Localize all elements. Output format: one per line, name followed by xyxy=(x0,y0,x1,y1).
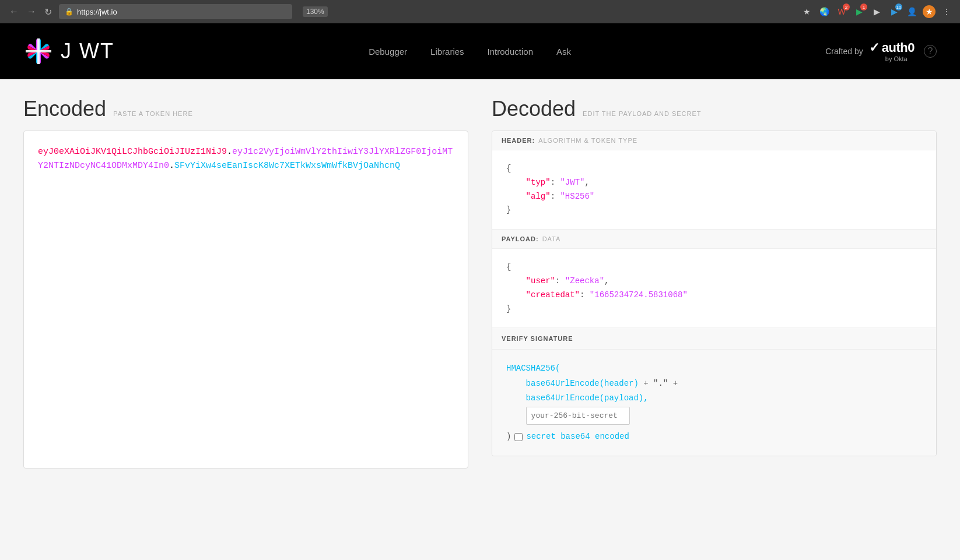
dot-1: . xyxy=(227,147,232,157)
auth0-check-icon: ✓ xyxy=(869,40,880,55)
payload-section-body[interactable]: { "user": "Zeecka", "createdat": "166523… xyxy=(492,249,936,327)
nav-buttons: ← → ↻ xyxy=(7,5,54,19)
token-box[interactable]: eyJ0eXAiOiJKV1QiLCJhbGciOiJIUzI1NiJ9.eyJ… xyxy=(23,131,468,469)
decoded-title-area: Decoded EDIT THE PAYLOAD AND SECRET xyxy=(492,97,937,121)
header-label: HEADER: xyxy=(502,137,535,144)
user-value: "Zeecka" xyxy=(565,276,604,286)
star-icon[interactable]: ★ xyxy=(800,5,813,18)
header-sub-label: ALGORITHM & TOKEN TYPE xyxy=(538,137,637,144)
lock-icon: 🔒 xyxy=(65,8,73,16)
hmac-func: HMACSHA256( xyxy=(506,364,560,373)
extension-icon-5[interactable]: ▶ 10 xyxy=(888,5,901,18)
verify-section-body: HMACSHA256( base64UrlEncode(header) + ".… xyxy=(492,350,936,456)
open-brace-1: { xyxy=(506,164,511,173)
nav-ask[interactable]: Ask xyxy=(556,47,571,57)
encoded-title-area: Encoded PASTE A TOKEN HERE xyxy=(23,97,468,121)
typ-value: "JWT" xyxy=(560,178,584,187)
logo-area: J WT xyxy=(23,36,114,66)
close-brace-2: } xyxy=(506,304,511,314)
checkbox-row: ) secret base64 encoded xyxy=(506,429,922,444)
nav-libraries[interactable]: Libraries xyxy=(430,47,464,57)
extension-icon-1[interactable]: 🌏 xyxy=(818,5,831,18)
auth0-brand: ✓ auth0 xyxy=(869,40,915,55)
encoded-subtitle: PASTE A TOKEN HERE xyxy=(113,110,193,117)
header-panel-section: HEADER: ALGORITHM & TOKEN TYPE { "typ": … xyxy=(492,131,936,230)
main-content: Encoded PASTE A TOKEN HERE eyJ0eXAiOiJKV… xyxy=(0,79,960,560)
base64-header: base64UrlEncode(header) xyxy=(526,379,639,388)
crafted-label: Crafted by xyxy=(825,47,863,56)
decoded-panel: HEADER: ALGORITHM & TOKEN TYPE { "typ": … xyxy=(492,131,937,456)
url-text: https://jwt.io xyxy=(77,8,117,16)
browser-toolbar-icons: ★ 🌏 W 2 ▶ 1 ▶ ▶ 10 👤 ★ ⋮ xyxy=(800,5,953,18)
profile-icon[interactable]: 👤 xyxy=(905,5,918,18)
crafted-by-area: Crafted by ✓ auth0 by Okta ? xyxy=(825,40,937,62)
site-header: J WT Debugger Libraries Introduction Ask… xyxy=(0,23,960,79)
forward-button[interactable]: → xyxy=(24,5,38,18)
avatar-icon[interactable]: ★ xyxy=(923,5,936,18)
browser-chrome: ← → ↻ 🔒 https://jwt.io 130% ★ 🌏 W 2 ▶ 1 … xyxy=(0,0,960,23)
decoded-heading: Decoded xyxy=(492,97,576,121)
close-brace-1: } xyxy=(506,205,511,214)
decoded-section: Decoded EDIT THE PAYLOAD AND SECRET HEAD… xyxy=(486,97,937,543)
open-brace-2: { xyxy=(506,262,511,272)
extension-icon-3[interactable]: ▶ 1 xyxy=(853,5,866,18)
user-key: "user" xyxy=(526,276,555,286)
address-bar[interactable]: 🔒 https://jwt.io xyxy=(59,4,292,19)
help-icon[interactable]: ? xyxy=(924,45,937,58)
colon-2: : xyxy=(551,192,560,201)
payload-label: PAYLOAD: xyxy=(502,235,539,242)
base64-checkbox[interactable] xyxy=(514,433,523,441)
auth0-logo: ✓ auth0 by Okta xyxy=(869,40,915,62)
back-button[interactable]: ← xyxy=(7,5,21,18)
extension-icon-4[interactable]: ▶ xyxy=(870,5,883,18)
menu-icon[interactable]: ⋮ xyxy=(940,5,953,18)
encoded-section: Encoded PASTE A TOKEN HERE eyJ0eXAiOiJKV… xyxy=(23,97,486,543)
alg-key: "alg" xyxy=(526,192,551,201)
auth0-name: auth0 xyxy=(882,40,915,55)
checkbox-label[interactable]: secret base64 encoded xyxy=(526,429,629,444)
encoded-heading: Encoded xyxy=(23,97,106,121)
okta-label: by Okta xyxy=(885,55,908,62)
main-nav: Debugger Libraries Introduction Ask xyxy=(369,47,571,57)
base64-payload: base64UrlEncode(payload), xyxy=(526,393,649,403)
reload-button[interactable]: ↻ xyxy=(42,5,54,19)
typ-key: "typ" xyxy=(526,178,551,187)
dot-2: . xyxy=(169,161,174,171)
logo-text: J WT xyxy=(61,39,114,64)
token-header-part: eyJ0eXAiOiJKV1QiLCJhbGciOiJIUzI1NiJ9 xyxy=(38,147,227,157)
colon-1: : xyxy=(551,178,560,187)
createdat-value: "1665234724.5831068" xyxy=(590,290,688,300)
secret-input-wrap[interactable] xyxy=(526,407,630,425)
verify-panel-section: VERIFY SIGNATURE HMACSHA256( base64UrlEn… xyxy=(492,328,936,456)
decoded-subtitle: EDIT THE PAYLOAD AND SECRET xyxy=(583,110,701,117)
nav-introduction[interactable]: Introduction xyxy=(488,47,533,57)
secret-input[interactable] xyxy=(531,411,625,420)
alg-value: "HS256" xyxy=(560,192,594,201)
jwt-logo-icon xyxy=(23,36,54,66)
svg-rect-1 xyxy=(26,50,51,52)
payload-panel-section: PAYLOAD: DATA { "user": "Zeecka", "creat… xyxy=(492,230,936,328)
header-section-body[interactable]: { "typ": "JWT", "alg": "HS256" } xyxy=(492,150,936,229)
verify-label: VERIFY SIGNATURE xyxy=(502,335,573,342)
close-paren: ) xyxy=(506,429,511,444)
nav-debugger[interactable]: Debugger xyxy=(369,47,407,57)
createdat-key: "createdat" xyxy=(526,290,580,300)
header-section-header: HEADER: ALGORITHM & TOKEN TYPE xyxy=(492,131,936,150)
zoom-level: 130% xyxy=(303,6,328,17)
plus-sign: + "." + xyxy=(643,379,678,388)
payload-section-header: PAYLOAD: DATA xyxy=(492,230,936,249)
token-signature-part: SFvYiXw4seEanIscK8Wc7XETkWxsWmWfkBVjOaNh… xyxy=(174,161,400,171)
extension-icon-2[interactable]: W 2 xyxy=(835,5,848,18)
verify-section-header: VERIFY SIGNATURE xyxy=(492,328,936,350)
payload-sub-label: DATA xyxy=(542,235,561,242)
